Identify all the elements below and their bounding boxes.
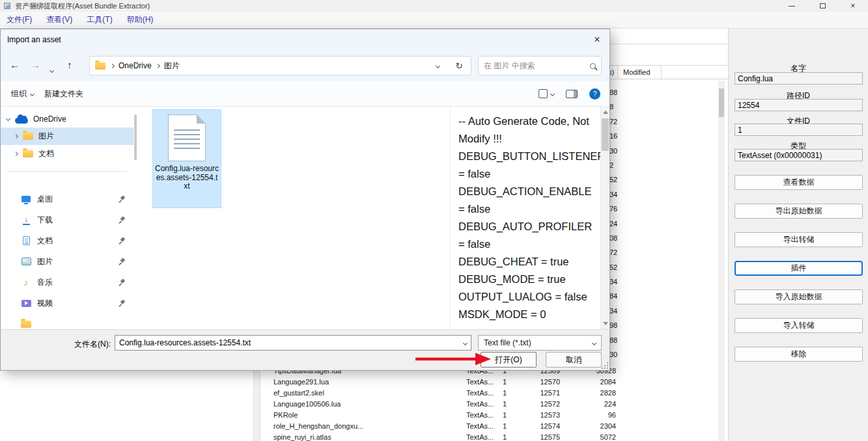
import-raw-button[interactable]: 导入原始数据: [735, 289, 863, 304]
view-icon: [539, 89, 548, 98]
file-id-field[interactable]: [735, 124, 863, 136]
asset-table: TipsDataManager.lua TextAs... 1 12569 50…: [260, 366, 728, 441]
scrollbar-thumb[interactable]: [719, 88, 724, 117]
export-dump-button[interactable]: 导出转储: [735, 232, 863, 247]
clipped-size: 30: [609, 144, 619, 158]
menu-view[interactable]: 查看(V): [41, 12, 77, 28]
back-button[interactable]: ←: [10, 59, 20, 70]
cell-type: TextAs...: [466, 421, 503, 432]
forward-button[interactable]: →: [31, 59, 40, 70]
cell-file-id: 1: [503, 432, 518, 441]
up-button[interactable]: ↑: [67, 59, 72, 70]
address-bar[interactable]: OneDrive 图片 ↻: [89, 56, 471, 75]
refresh-button[interactable]: ↻: [455, 60, 463, 71]
preview-line: DEBUG_AUTO_PROFILER = false: [458, 218, 599, 253]
new-folder-button[interactable]: 新建文件夹: [44, 88, 83, 100]
table-row[interactable]: PKRole TextAs... 1 12573 96: [260, 410, 728, 421]
sidebar-item-downloads[interactable]: ↓ 下载: [1, 209, 133, 230]
main-table-scrollbar[interactable]: [718, 81, 725, 441]
preview-scrollbar[interactable]: [600, 107, 609, 329]
resize-grip[interactable]: [600, 361, 609, 369]
preview-line: DEBUG_MODE = true: [458, 271, 599, 288]
sidebar-item-documents-tree[interactable]: 文档: [1, 145, 133, 163]
sidebar-scrollbar[interactable]: [134, 114, 137, 160]
documents-icon: [20, 235, 32, 246]
chevron-down-icon: [30, 91, 35, 96]
sidebar-separator: [7, 171, 127, 172]
cell-name: Language100506.lua: [260, 399, 466, 410]
type-field[interactable]: [735, 149, 863, 161]
preview-line: DEBUG_BUTTON_LISTENER = false: [458, 148, 599, 183]
organize-button[interactable]: 组织: [11, 88, 34, 100]
help-button[interactable]: ?: [589, 88, 600, 100]
search-icon: [590, 63, 596, 69]
pin-icon: [119, 300, 126, 307]
sidebar-item-label: 下载: [37, 215, 53, 226]
expander-icon[interactable]: [6, 116, 10, 121]
filename-input[interactable]: [119, 338, 464, 347]
expander-icon[interactable]: [14, 134, 18, 139]
address-dropdown-icon[interactable]: [436, 63, 440, 68]
sidebar-item-onedrive[interactable]: OneDrive: [1, 110, 133, 127]
export-raw-button[interactable]: 导出原始数据: [735, 204, 863, 219]
menu-file[interactable]: 文件(F): [1, 12, 37, 28]
filetype-combobox[interactable]: Text file (*.txt): [478, 335, 602, 351]
cell-path-id: 12574: [518, 421, 560, 432]
clipped-size: 88: [609, 85, 619, 100]
breadcrumb-onedrive[interactable]: OneDrive: [119, 61, 152, 70]
plugins-button[interactable]: 插件: [735, 261, 863, 276]
sidebar-item-videos[interactable]: 视频: [1, 293, 133, 314]
table-row[interactable]: spine_ruyi_ri.atlas TextAs... 1 12575 50…: [260, 432, 728, 441]
minimize-button[interactable]: [777, 0, 807, 12]
cell-path-id: 12573: [518, 410, 560, 421]
path-id-field[interactable]: [735, 99, 863, 111]
cell-type: TextAs...: [466, 377, 503, 388]
scrollbar-thumb[interactable]: [602, 118, 609, 151]
dialog-body: OneDrive 图片 文档 桌面 ↓ 下载: [1, 107, 609, 329]
view-options-button[interactable]: [539, 89, 554, 98]
breadcrumb-pictures[interactable]: 图片: [164, 60, 180, 72]
file-item-config[interactable]: Config.lua-resources.assets-12554.txt: [152, 109, 221, 208]
import-dump-button[interactable]: 导入转储: [735, 318, 863, 333]
menu-help[interactable]: 帮助(H): [122, 12, 159, 28]
folder-icon: [23, 150, 33, 157]
scroll-up-icon[interactable]: [603, 111, 608, 114]
close-button[interactable]: ×: [837, 0, 868, 12]
desktop-icon: [20, 194, 32, 204]
column-header-modified[interactable]: Modified: [617, 66, 662, 79]
table-row[interactable]: ef_gustart2.skel TextAs... 1 12571 2828: [260, 388, 728, 399]
maximize-button[interactable]: [807, 0, 838, 12]
sidebar-item-desktop[interactable]: 桌面: [1, 189, 133, 209]
search-input[interactable]: [484, 61, 590, 70]
cell-path-id: 12570: [518, 377, 560, 388]
pane-splitter[interactable]: [253, 371, 260, 441]
view-data-button[interactable]: 查看数据: [735, 175, 863, 190]
remove-button[interactable]: 移除: [735, 347, 863, 362]
table-row[interactable]: role_H_hengshan_dongxu... TextAs... 1 12…: [260, 421, 728, 432]
expander-icon[interactable]: [14, 152, 18, 156]
cell-size: 96: [560, 410, 616, 421]
sidebar-item-documents[interactable]: 文档: [1, 230, 133, 251]
preview-pane-button[interactable]: [566, 90, 578, 98]
sidebar-item-partial[interactable]: [1, 314, 133, 329]
table-header-fragment: s) Modified: [606, 65, 728, 79]
sidebar-item-pictures-tree[interactable]: 图片: [1, 127, 133, 145]
annotation-arrow: [410, 351, 495, 367]
cancel-button[interactable]: 取消: [546, 352, 602, 368]
recent-locations-button[interactable]: [50, 63, 53, 75]
onedrive-icon: [15, 118, 28, 124]
new-folder-label: 新建文件夹: [44, 88, 83, 100]
pin-icon: [119, 279, 126, 286]
sidebar-item-pictures[interactable]: 图片: [1, 251, 133, 272]
name-field[interactable]: [735, 72, 863, 85]
table-row[interactable]: Language291.lua TextAs... 1 12570 2084: [260, 377, 728, 388]
pin-icon: [119, 258, 126, 265]
pictures-icon: [20, 256, 32, 267]
menu-tools[interactable]: 工具(T): [81, 12, 117, 28]
table-row[interactable]: Language100506.lua TextAs... 1 12572 224: [260, 399, 728, 410]
clipped-size: 2: [609, 158, 619, 172]
scroll-down-icon[interactable]: [603, 322, 608, 325]
dialog-close-button[interactable]: ×: [587, 32, 607, 47]
combo-dropdown-icon[interactable]: [463, 340, 468, 345]
sidebar-item-music[interactable]: ♪ 音乐: [1, 272, 133, 293]
